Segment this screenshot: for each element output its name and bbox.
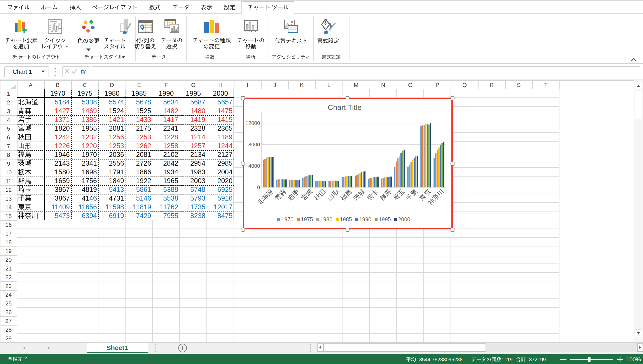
- svg-text:1980: 1980: [320, 216, 333, 222]
- svg-text:0: 0: [257, 184, 260, 190]
- svg-text:1990: 1990: [359, 216, 371, 222]
- svg-text:Chart Title: Chart Title: [328, 103, 362, 112]
- svg-text:4000: 4000: [248, 163, 260, 169]
- svg-text:8000: 8000: [248, 142, 260, 148]
- svg-text:12000: 12000: [245, 120, 260, 126]
- svg-text:1970: 1970: [281, 216, 293, 222]
- svg-text:1985: 1985: [340, 216, 352, 222]
- svg-text:2000: 2000: [398, 216, 410, 222]
- svg-text:1975: 1975: [301, 216, 313, 222]
- svg-text:1995: 1995: [379, 216, 391, 222]
